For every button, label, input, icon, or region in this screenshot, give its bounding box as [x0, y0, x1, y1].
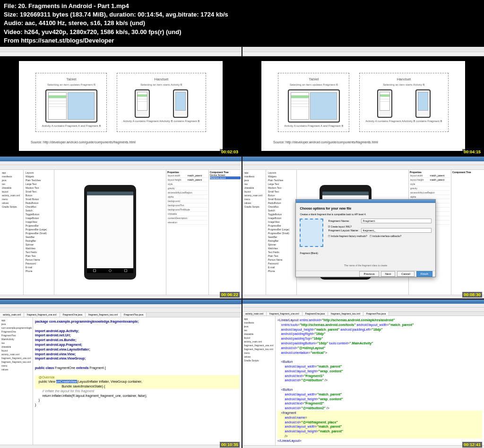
thumbnail-grid: Tablet Selecting an item updates Fragmen…	[0, 47, 484, 448]
project-tree[interactable]: appmanifestsjavaresdrawablelayoutactivit…	[242, 316, 276, 445]
new-fragment-dialog: Choose options for your new file Creates…	[295, 199, 435, 277]
app-toolbar[interactable]	[242, 52, 484, 56]
editor-tabs[interactable]: activity_main.xmlfragment_fragment_one.x…	[242, 312, 484, 316]
ide-toolbar[interactable]	[0, 165, 242, 170]
dialog-titlebar	[296, 200, 435, 203]
source-url: Source: http://developer.android.com/gui…	[31, 141, 211, 144]
timestamp: 00:06:22	[220, 292, 240, 298]
widget-palette[interactable]: LayoutsWidgetsPlain TextViewLarge TextMe…	[24, 170, 54, 295]
editor-tabs[interactable]: activity_main.xmlfragment_fragment_one.x…	[0, 313, 242, 317]
timestamp: 00:10:35	[220, 442, 240, 448]
app-toolbar[interactable]	[0, 52, 242, 56]
tablet-illustration	[45, 89, 97, 123]
finish-button[interactable]: Finish	[416, 271, 432, 277]
fragment-preview-icon	[300, 219, 323, 247]
tablet-group: Tablet Selecting an item updates Fragmen…	[35, 73, 107, 132]
ide-menubar[interactable]	[0, 161, 242, 165]
properties-panel[interactable]: Propertieslayout:widthmatch_parentlayout…	[166, 170, 208, 295]
layout-designer[interactable]	[54, 170, 166, 295]
project-tree[interactable]: appjavacom.example.programmingknowledge.…	[0, 317, 33, 445]
thumb-5: activity_main.xmlfragment_fragment_one.x…	[0, 299, 242, 448]
thumb-6: activity_main.xmlfragment_fragment_one.x…	[242, 299, 484, 448]
java-editor[interactable]: package com.example.programmingknowledge…	[33, 317, 242, 445]
handset-group: Handset Selecting an item starts Activit…	[117, 73, 206, 132]
app-menubar[interactable]	[0, 47, 242, 52]
timestamp: 00:02:03	[220, 149, 240, 155]
component-tree[interactable]: Component Tree Device Screen RelativeLay…	[208, 170, 242, 295]
window-titlebar	[0, 157, 242, 161]
status-bar	[0, 295, 242, 299]
thumb-4: appmanifestsjavaresdrawablelayoutactivit…	[242, 157, 484, 299]
app-menubar[interactable]	[242, 47, 484, 52]
phone-preview	[84, 185, 136, 280]
project-tree[interactable]: appmanifestsjavaresdrawablelayoutactivit…	[0, 170, 24, 295]
thumb-3: appmanifestsjavaresdrawablelayoutactivit…	[0, 157, 242, 299]
previous-button[interactable]: Previous	[359, 271, 379, 277]
timestamp: 00:12:41	[462, 442, 482, 448]
xml-editor[interactable]: <LinearLayout xmlns:android="http://sche…	[276, 316, 484, 445]
timestamp: 00:04:15	[462, 149, 482, 155]
fragment-name-input[interactable]	[361, 219, 431, 223]
fragment-layout-input[interactable]	[361, 228, 431, 233]
timestamp: 00:08:30	[462, 292, 482, 298]
next-button[interactable]: Next	[381, 271, 395, 277]
media-info-header: File: 20. Fragments in Android - Part 1.…	[0, 0, 484, 47]
cancel-button[interactable]: Cancel	[397, 271, 415, 277]
thumb-2: Tablet Selecting an item updates Fragmen…	[242, 47, 484, 156]
thumb-1: Tablet Selecting an item updates Fragmen…	[0, 47, 242, 156]
